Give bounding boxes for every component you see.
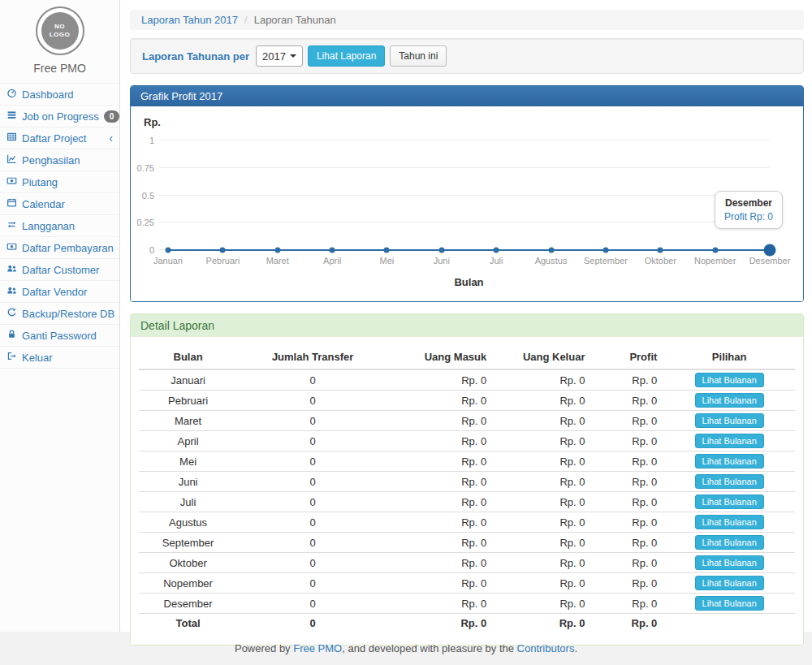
- lihat-bulanan-button[interactable]: Lihat Bulanan: [695, 373, 764, 387]
- table-cell: Rp. 0: [591, 492, 663, 512]
- table-row: Maret0Rp. 0Rp. 0Rp. 0Lihat Bulanan: [139, 411, 795, 431]
- sidebar-item-piutang[interactable]: Piutang: [0, 171, 119, 193]
- report-table-body: Januari0Rp. 0Rp. 0Rp. 0Lihat BulananPebr…: [139, 369, 795, 633]
- chart-month-label: Nopember: [694, 256, 736, 266]
- sidebar-item-ganti-password[interactable]: Ganti Password: [0, 325, 119, 347]
- sidebar-item-job-on-progress[interactable]: Job on Progress 0: [0, 106, 119, 127]
- lihat-bulanan-button[interactable]: Lihat Bulanan: [695, 454, 764, 469]
- table-cell-action: Lihat Bulanan: [663, 492, 795, 512]
- sidebar-item-calendar[interactable]: Calendar: [0, 193, 119, 215]
- table-cell: Rp. 0: [591, 431, 663, 451]
- table-row: Juli0Rp. 0Rp. 0Rp. 0Lihat Bulanan: [139, 492, 795, 512]
- chart-y-tick-label: 0: [149, 245, 154, 255]
- lihat-bulanan-button[interactable]: Lihat Bulanan: [695, 555, 764, 570]
- table-cell: Rp. 0: [493, 614, 591, 633]
- users-icon: [6, 285, 17, 298]
- logo-area: NO LOGO Free PMO: [0, 0, 119, 83]
- column-header-profit: Profit: [591, 345, 663, 369]
- table-cell: Rp. 0: [388, 512, 493, 533]
- sidebar-item-langganan[interactable]: Langganan: [0, 215, 119, 237]
- footer-text-suffix: .: [574, 642, 577, 654]
- sidebar-item-keluar[interactable]: Keluar: [0, 347, 119, 369]
- table-row: Desember0Rp. 0Rp. 0Rp. 0Lihat Bulanan: [139, 594, 795, 614]
- table-cell: Rp. 0: [493, 594, 591, 614]
- table-cell-action: Lihat Bulanan: [663, 451, 795, 472]
- chart-data-point: [274, 248, 280, 253]
- chart-data-point: [603, 248, 608, 253]
- table-row: Mei0Rp. 0Rp. 0Rp. 0Lihat Bulanan: [139, 451, 795, 472]
- chart-data-point: [220, 248, 226, 253]
- table-cell: Rp. 0: [388, 573, 493, 594]
- filter-label: Laporan Tahunan per: [142, 50, 249, 63]
- chart-month-label: Agustus: [535, 256, 568, 266]
- table-cell: Rp. 0: [591, 553, 663, 573]
- chart-panel-title: Grafik Profit 2017: [131, 86, 803, 106]
- chart-gridline: [159, 195, 770, 196]
- sidebar-item-daftar-project[interactable]: Daftar Project ‹: [0, 127, 119, 149]
- table-cell-action: Lihat Bulanan: [663, 472, 795, 492]
- column-header-uang-masuk: Uang Masuk: [388, 345, 493, 369]
- table-cell-action: Lihat Bulanan: [663, 533, 795, 553]
- sidebar-item-dashboard[interactable]: Dashboard: [0, 84, 119, 106]
- users-icon: [6, 263, 17, 276]
- sidebar-item-daftar-customer[interactable]: Daftar Customer: [0, 259, 119, 281]
- chart-data-point: [384, 248, 390, 253]
- table-cell: 0: [237, 533, 388, 553]
- chart-data-point: [712, 248, 718, 253]
- table-cell: 0: [237, 451, 388, 472]
- sidebar-item-label: Dashboard: [22, 89, 74, 101]
- table-row: Nopember0Rp. 0Rp. 0Rp. 0Lihat Bulanan: [139, 573, 795, 594]
- year-select-value: 2017: [262, 50, 286, 63]
- lihat-bulanan-button[interactable]: Lihat Bulanan: [695, 576, 764, 590]
- breadcrumb-link-laporan-tahun[interactable]: Laporan Tahun 2017: [141, 14, 238, 26]
- detail-table-wrap: Bulan Jumlah Transfer Uang Masuk Uang Ke…: [131, 337, 803, 645]
- table-cell: Rp. 0: [591, 573, 663, 594]
- table-cell: Rp. 0: [493, 573, 591, 594]
- chart-data-point: [438, 248, 444, 253]
- money-icon: [6, 175, 17, 188]
- sign-out-icon: [6, 351, 17, 364]
- year-filter-form: Laporan Tahunan per 2017 Lihat Laporan T…: [130, 38, 804, 74]
- lihat-laporan-button[interactable]: Lihat Laporan: [308, 45, 385, 67]
- sidebar-item-backup-restore-db[interactable]: Backup/Restore DB: [0, 303, 119, 325]
- lihat-bulanan-button[interactable]: Lihat Bulanan: [695, 393, 764, 408]
- breadcrumb-separator: /: [244, 14, 248, 26]
- breadcrumb: Laporan Tahun 2017 / Laporan Tahunan: [130, 10, 804, 30]
- chart-month-label: Maret: [266, 256, 289, 266]
- lihat-bulanan-button[interactable]: Lihat Bulanan: [695, 434, 764, 448]
- footer-link-free-pmo[interactable]: Free PMO: [293, 642, 342, 654]
- sidebar-item-daftar-vendor[interactable]: Daftar Vendor: [0, 281, 119, 303]
- lihat-bulanan-button[interactable]: Lihat Bulanan: [695, 515, 764, 529]
- chart-series-line: [168, 249, 770, 251]
- detail-panel-title: Detail Laporan: [131, 314, 803, 337]
- breadcrumb-current: Laporan Tahunan: [254, 14, 336, 26]
- table-row: Januari0Rp. 0Rp. 0Rp. 0Lihat Bulanan: [139, 369, 795, 391]
- sidebar-item-label: Keluar: [22, 352, 53, 364]
- table-row: Oktober0Rp. 0Rp. 0Rp. 0Lihat Bulanan: [139, 553, 795, 573]
- no-logo-text: NO LOGO: [41, 12, 79, 50]
- table-cell: Rp. 0: [591, 369, 663, 391]
- table-cell: Rp. 0: [388, 391, 493, 411]
- sidebar-item-daftar-pembayaran[interactable]: Daftar Pembayaran: [0, 237, 119, 259]
- table-cell: Total: [139, 614, 237, 633]
- table-cell: Rp. 0: [591, 451, 663, 472]
- year-select[interactable]: 2017: [256, 45, 303, 67]
- column-header-uang-keluar: Uang Keluar: [493, 345, 591, 369]
- table-cell-action: Lihat Bulanan: [663, 594, 795, 614]
- lihat-bulanan-button[interactable]: Lihat Bulanan: [695, 535, 764, 550]
- footer-link-contributors[interactable]: Contributors: [517, 642, 575, 654]
- sidebar: NO LOGO Free PMO Dashboard Job on Progre…: [0, 0, 120, 632]
- table-cell: Rp. 0: [493, 492, 591, 512]
- tahun-ini-button[interactable]: Tahun ini: [390, 45, 447, 67]
- lihat-bulanan-button[interactable]: Lihat Bulanan: [695, 474, 764, 489]
- table-cell: Rp. 0: [493, 451, 591, 472]
- lihat-bulanan-button[interactable]: Lihat Bulanan: [695, 596, 764, 611]
- chart-tooltip: Desember Profit Rp: 0: [715, 191, 783, 229]
- chart-month-label: Juni: [434, 256, 450, 266]
- logo-line2: LOGO: [50, 31, 71, 39]
- sidebar-item-penghasilan[interactable]: Penghasilan: [0, 149, 119, 171]
- lihat-bulanan-button[interactable]: Lihat Bulanan: [695, 413, 764, 428]
- table-cell: Juli: [139, 492, 237, 512]
- lihat-bulanan-button[interactable]: Lihat Bulanan: [695, 494, 764, 509]
- table-cell: 0: [237, 431, 388, 451]
